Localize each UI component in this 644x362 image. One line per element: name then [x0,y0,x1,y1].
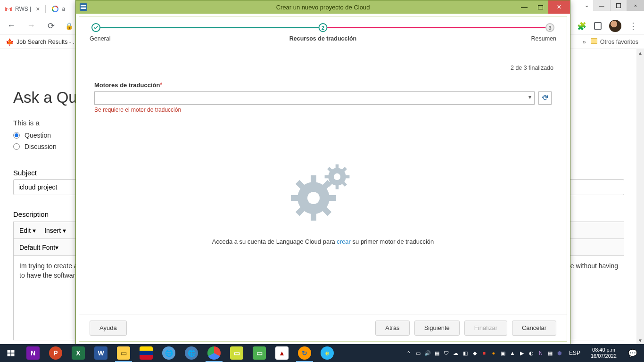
tray-app-icon[interactable]: ◧ [462,349,469,357]
caret-down-icon: ▾ [55,244,58,251]
svg-rect-15 [325,175,330,179]
close-button[interactable]: × [548,0,570,14]
taskbar-app-sync[interactable]: ↻ [293,344,316,362]
tray-app-icon[interactable]: ▦ [546,349,554,357]
action-center-icon[interactable]: 💬 [623,344,642,362]
caret-down-icon: ▾ [33,227,36,234]
close-button[interactable]: × [627,0,644,11]
tray-network-icon[interactable]: ▦ [433,349,441,357]
insert-menu[interactable]: Insert▾ [44,227,66,234]
taskbar-app-excel[interactable]: X [67,344,90,362]
dialog-footer: Ayuda Atrás Siguiente Finalizar Cancelar [79,314,567,341]
language-indicator[interactable]: ESP [565,350,584,356]
taskbar-app-onenote[interactable]: N [22,344,44,362]
taskbar-app-globe2[interactable]: 🌐 [180,344,203,362]
lock-icon: 🔒 [65,22,73,30]
reload-button[interactable]: ⟳ [45,20,57,32]
menu-icon[interactable]: ⋮ [629,21,637,31]
tray-app-icon[interactable]: ▣ [499,349,507,357]
radio-option[interactable]: Discussion [13,143,57,150]
tray-cloud-icon[interactable]: ☁ [452,349,460,357]
bookmarks-overflow[interactable]: » [583,39,586,45]
bookmark-item[interactable]: Job Search Results - . [17,39,74,45]
browser-tab[interactable]: RWS | × [0,2,44,16]
radio-label: Discussion [25,143,57,150]
svg-rect-13 [336,165,339,169]
svg-rect-14 [336,185,339,189]
tray-app-icon[interactable]: ● [490,349,497,357]
browser-tab[interactable]: a [47,2,70,16]
dialog-titlebar[interactable]: Crear un nuevo proyecto de Cloud — × [76,0,570,14]
help-button[interactable]: Ayuda [90,321,127,336]
svg-rect-6 [328,195,336,201]
svg-rect-23 [8,354,11,356]
extensions-icon[interactable]: 🧩 [577,22,586,31]
other-bookmarks[interactable]: Otros favoritos [591,38,638,45]
tray-app-icon[interactable]: ■ [480,349,488,357]
minimize-button[interactable]: — [516,0,532,14]
tray-app-icon[interactable]: ◆ [471,349,479,357]
forward-button[interactable]: → [25,20,37,32]
profile-avatar[interactable] [609,20,621,32]
google-icon [51,5,59,13]
step-2-current[interactable]: 2 [319,23,328,32]
taskbar-app-ie[interactable]: e [316,344,339,362]
taskbar-app-globe[interactable]: 🌐 [157,344,180,362]
outer-window-controls: ⌄ — × [580,0,644,11]
step-1-done-icon[interactable] [91,23,100,32]
required-asterisk: * [160,82,162,88]
minimize-button[interactable]: — [593,0,610,11]
gears-icon [288,158,358,229]
taskbar-app-chrome[interactable] [203,344,225,362]
clock[interactable]: 08:40 p.m. 16/07/2022 [586,347,621,359]
start-button[interactable] [0,344,22,362]
tray-up-icon[interactable]: ^ [405,349,413,357]
wizard-steps: 2 3 General Recursos de traducción Resum… [90,22,556,43]
radio-option[interactable]: Question [13,132,57,139]
windows-icon [7,349,15,357]
tray-battery-icon[interactable]: ▭ [414,349,422,357]
close-icon[interactable]: × [34,5,40,13]
refresh-button[interactable] [538,91,552,105]
panel-icon[interactable] [594,22,602,30]
taskbar-app-green[interactable]: ▭ [248,344,271,362]
taskbar-app-acrobat[interactable]: ▲ [271,344,293,362]
translation-engine-dropdown[interactable] [94,91,535,105]
tray-teams-icon[interactable]: ⬢ [556,349,563,357]
page-title: Ask a Que [13,89,86,107]
edit-menu[interactable]: Edit▾ [19,227,36,234]
taskbar-app-explorer[interactable]: ▭ [112,344,135,362]
svg-rect-21 [8,350,11,353]
taskbar-app-word[interactable]: W [90,344,112,362]
maximize-button[interactable] [610,0,627,11]
taskbar-app-notes[interactable]: ▭ [225,344,248,362]
back-button[interactable]: ← [6,20,17,32]
tray-shield-icon[interactable]: 🛡 [443,349,450,357]
field-label: Motores de traducción* [94,82,552,89]
back-button[interactable]: Atrás [375,321,409,336]
scroll-down-icon[interactable]: ▼ [636,337,644,344]
url-bar[interactable]: 🔒 [65,22,73,30]
font-menu[interactable]: Default Font▾ [19,244,58,251]
finish-button: Finalizar [464,321,507,336]
dialog-body: 2 3 General Recursos de traducción Resum… [79,16,567,342]
validation-error: Se requiere el motor de traducción [94,107,552,113]
page-scrollbar[interactable]: ▲ ▼ [636,49,644,344]
taskbar-app-flag[interactable] [135,344,157,362]
chevron-down-icon[interactable]: ⌄ [580,0,593,11]
tray-app-icon[interactable]: ◐ [528,349,535,357]
taskbar-app-powerpoint[interactable]: P [44,344,67,362]
step-3-pending[interactable]: 3 [545,23,554,32]
tray-onenote-icon[interactable]: N [537,349,545,357]
next-button[interactable]: Siguiente [414,321,460,336]
scroll-up-icon[interactable]: ▲ [636,49,644,57]
svg-rect-3 [311,175,316,184]
tray-volume-icon[interactable]: 🔊 [424,349,431,357]
maximize-button[interactable] [532,0,548,14]
tray-app-icon[interactable]: ▶ [518,349,526,357]
svg-rect-24 [11,354,15,356]
tray-app-icon[interactable]: ▲ [509,349,516,357]
svg-point-12 [334,173,340,180]
create-link[interactable]: crear [337,238,351,245]
cancel-button[interactable]: Cancelar [512,321,556,336]
